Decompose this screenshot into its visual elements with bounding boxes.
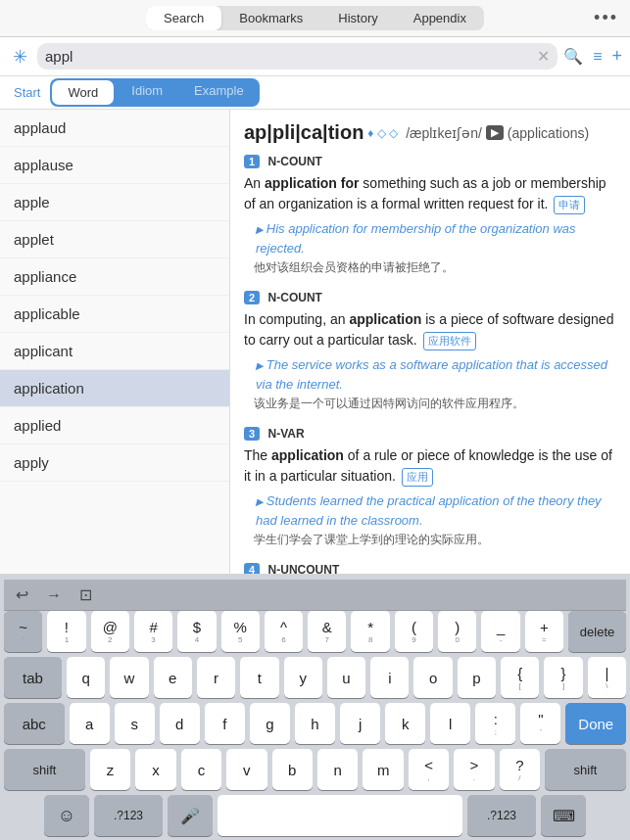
keyboard-hide-key[interactable]: ⌨ [541, 795, 586, 836]
key-pipe[interactable]: |\ [588, 657, 626, 698]
key-j[interactable]: j [340, 703, 380, 744]
key-8[interactable]: *8 [351, 611, 389, 652]
key-comma[interactable]: <, [409, 749, 449, 790]
audio-button[interactable]: ▶ [486, 125, 504, 140]
clear-icon[interactable]: ✕ [537, 47, 550, 66]
symbols-left-key[interactable]: .?123 [94, 795, 163, 836]
tab-example[interactable]: Example [178, 78, 260, 107]
key-g[interactable]: g [250, 703, 290, 744]
key-f[interactable]: f [205, 703, 245, 744]
paste-button[interactable]: ⊡ [75, 583, 96, 606]
key-e[interactable]: e [154, 657, 192, 698]
key-3[interactable]: #3 [134, 611, 172, 652]
key-period[interactable]: >. [454, 749, 494, 790]
sidebar-item-applied[interactable]: applied [0, 407, 229, 444]
shift-right-key[interactable]: shift [545, 749, 626, 790]
def-num-4: 4 [244, 563, 260, 574]
def-tag-1: 申请 [554, 196, 585, 214]
sidebar-item-apple[interactable]: apple [0, 184, 229, 221]
key-5[interactable]: %5 [221, 611, 260, 652]
key-b[interactable]: b [272, 749, 313, 790]
key-h[interactable]: h [295, 703, 335, 744]
key-1[interactable]: !1 [47, 611, 85, 652]
word-forms: (applications) [508, 125, 589, 141]
key-s[interactable]: s [115, 703, 155, 744]
keyboard-toolbar: ↩ → ⊡ [4, 580, 626, 611]
key-z[interactable]: z [90, 749, 130, 790]
key-slash[interactable]: ?/ [500, 749, 540, 790]
key-i[interactable]: i [370, 657, 409, 698]
tab-bookmarks[interactable]: Bookmarks [221, 6, 320, 30]
key-c[interactable]: c [181, 749, 221, 790]
key-7[interactable]: &7 [308, 611, 346, 652]
add-icon[interactable]: + [611, 46, 622, 67]
key-6[interactable]: ^6 [265, 611, 303, 652]
done-key[interactable]: Done [565, 703, 626, 744]
definition-panel: ap|pli|ca|tion ♦ ◇ ◇ /æplɪkeɪʃən/ ▶ (app… [230, 110, 630, 574]
sidebar-item-application[interactable]: application [0, 370, 229, 407]
def-example-1: His application for membership of the or… [244, 219, 616, 257]
sidebar-item-appliance[interactable]: appliance [0, 258, 229, 296]
sidebar-item-applicable[interactable]: applicable [0, 296, 229, 333]
key-m[interactable]: m [363, 749, 403, 790]
def-example-3: Students learned the practical applicati… [244, 491, 616, 530]
emoji-key[interactable]: ☺ [44, 795, 89, 836]
abc-key[interactable]: abc [4, 703, 65, 744]
space-key[interactable] [218, 795, 462, 836]
key-y[interactable]: y [284, 657, 322, 698]
key-x[interactable]: x [135, 749, 175, 790]
key-v[interactable]: v [226, 749, 267, 790]
menu-icon[interactable]: ≡ [593, 48, 602, 66]
tab-search[interactable]: Search [146, 6, 221, 30]
key-bracket-open[interactable]: {[ [501, 657, 539, 698]
key-l[interactable]: l [430, 703, 470, 744]
key-k[interactable]: k [385, 703, 425, 744]
tab-idiom[interactable]: Idiom [116, 78, 178, 107]
key-a[interactable]: a [70, 703, 110, 744]
sidebar-item-applet[interactable]: applet [0, 221, 229, 258]
key-n[interactable]: n [317, 749, 358, 790]
sidebar-item-apply[interactable]: apply [0, 444, 229, 482]
key-2[interactable]: @2 [91, 611, 129, 652]
word-type-tabs: Word Idiom Example [50, 78, 259, 107]
symbols-right-key[interactable]: .?123 [467, 795, 536, 836]
key-4[interactable]: $4 [177, 611, 216, 652]
key-t[interactable]: t [240, 657, 278, 698]
start-button[interactable]: Start [8, 81, 46, 104]
phonetic: /æplɪkeɪʃən/ [406, 125, 482, 141]
redo-button[interactable]: → [42, 584, 66, 606]
key-r[interactable]: r [197, 657, 235, 698]
key-w[interactable]: w [110, 657, 148, 698]
key-9[interactable]: (9 [395, 611, 433, 652]
delete-key[interactable]: delete [568, 611, 626, 652]
tab-word[interactable]: Word [52, 80, 114, 105]
key-bracket-close[interactable]: }] [544, 657, 582, 698]
key-d[interactable]: d [160, 703, 200, 744]
tab-history[interactable]: History [320, 6, 395, 30]
search-icon[interactable]: 🔍 [563, 47, 583, 66]
key-u[interactable]: u [327, 657, 365, 698]
key-quote[interactable]: "' [520, 703, 560, 744]
more-icon[interactable]: ••• [594, 8, 618, 28]
tab-appendix[interactable]: Appendix [396, 6, 484, 30]
undo-button[interactable]: ↩ [12, 583, 32, 606]
key-colon[interactable]: :; [475, 703, 515, 744]
key-q[interactable]: q [67, 657, 105, 698]
search-input[interactable] [45, 48, 537, 65]
sidebar-item-applause[interactable]: applause [0, 147, 229, 184]
def-num-2: 2 [244, 291, 260, 304]
tab-key[interactable]: tab [4, 657, 62, 698]
key-plus[interactable]: += [525, 611, 563, 652]
search-right-icons: 🔍 ≡ + [563, 46, 622, 67]
mic-key[interactable]: 🎤 [168, 795, 213, 836]
snowflake-icon: ✳ [8, 46, 31, 68]
key-o[interactable]: o [413, 657, 452, 698]
key-0[interactable]: )0 [438, 611, 476, 652]
sidebar-item-applicant[interactable]: applicant [0, 333, 229, 370]
shift-left-key[interactable]: shift [4, 749, 85, 790]
sidebar-item-applaud[interactable]: applaud [0, 110, 229, 147]
word-type-bar: Start Word Idiom Example [0, 76, 630, 110]
key-tilde[interactable]: ~` [4, 611, 42, 652]
key-p[interactable]: p [458, 657, 496, 698]
key-minus[interactable]: _- [481, 611, 519, 652]
